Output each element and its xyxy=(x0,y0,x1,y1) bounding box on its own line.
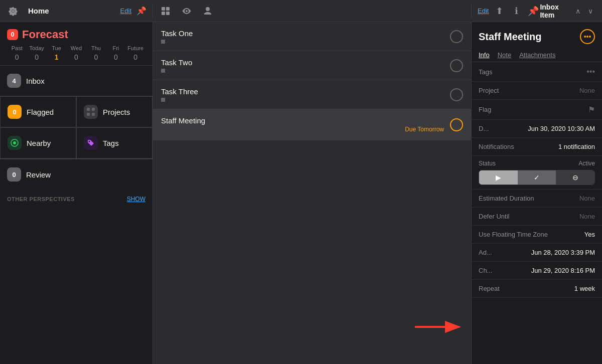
gear-button[interactable] xyxy=(6,4,20,18)
nearby-label: Nearby xyxy=(27,139,51,147)
svg-rect-5 xyxy=(92,108,95,111)
task-list-empty xyxy=(153,140,471,341)
share-icon[interactable]: ⬆ xyxy=(493,5,506,18)
sidebar-item-projects[interactable]: Projects xyxy=(76,96,153,127)
flag-icon[interactable]: ⚑ xyxy=(588,105,595,114)
person-icon[interactable] xyxy=(201,5,214,18)
project-row-label: Project xyxy=(479,87,499,94)
svg-rect-4 xyxy=(87,108,90,111)
inbox-item-label: Inbox Item xyxy=(540,3,570,19)
duration-row-label: Estimated Duration xyxy=(479,195,534,202)
main-content: 0 Forecast Past 0 Today 0 Tue 1 Wed xyxy=(0,22,602,364)
project-row-value: None xyxy=(579,87,595,94)
top-bar: Home Edit 📌 Edit ⬆ ℹ 📌 Inbox Item ∧ ∨ xyxy=(0,0,602,22)
pin-icon[interactable]: 📌 xyxy=(136,6,146,16)
top-bar-center xyxy=(153,5,472,18)
repeat-row-label: Repeat xyxy=(479,285,500,292)
detail-row-flag: Flag ⚑ xyxy=(472,100,602,120)
nearby-icon xyxy=(8,136,22,150)
forecast-day-wed: Wed 0 xyxy=(66,45,86,61)
status-check-button[interactable]: ✓ xyxy=(518,170,556,185)
inbox-label-group: Inbox Item ∧ ∨ xyxy=(540,3,596,19)
task-staff-title: Staff Meeting xyxy=(161,116,444,125)
task-staff-content: Staff Meeting Due Tomorrow xyxy=(161,116,444,133)
added-row-label: Ad... xyxy=(479,249,492,256)
task-staff-circle[interactable] xyxy=(450,118,463,131)
status-header: Status Active xyxy=(479,160,595,167)
review-badge: 0 xyxy=(7,167,21,181)
task-one-content: Task One xyxy=(161,29,444,44)
forecast-badge: 0 xyxy=(7,29,18,40)
changed-row-label: Ch... xyxy=(479,267,492,274)
detail-row-duration: Estimated Duration None xyxy=(472,190,602,208)
info-icon[interactable]: ℹ xyxy=(510,5,523,18)
detail-edit-link[interactable]: Edit xyxy=(478,7,489,15)
chevron-up-button[interactable]: ∧ xyxy=(573,5,583,17)
status-buttons: ▶ ✓ ⊖ xyxy=(479,170,595,185)
status-minus-button[interactable]: ⊖ xyxy=(556,170,594,185)
notifications-row-value: 1 notification xyxy=(558,143,595,150)
expand-icon[interactable] xyxy=(159,5,172,18)
show-link[interactable]: SHOW xyxy=(127,196,145,203)
duration-row-value: None xyxy=(579,195,595,202)
task-item-two[interactable]: Task Two xyxy=(153,51,471,80)
task-three-title: Task Three xyxy=(161,87,444,96)
status-label: Status xyxy=(479,160,496,167)
status-section: Status Active ▶ ✓ ⊖ xyxy=(472,156,602,190)
sidebar-item-tags[interactable]: Tags xyxy=(76,127,153,158)
tab-note[interactable]: Note xyxy=(498,48,511,62)
task-two-circle[interactable] xyxy=(450,59,463,72)
detail-row-defer: Defer Until None xyxy=(472,208,602,226)
tab-info[interactable]: Info xyxy=(479,48,490,62)
task-staff-due: Due Tomorrow xyxy=(161,126,444,133)
detail-row-tags: Tags ••• xyxy=(472,62,602,82)
forecast-day-tue: Tue 1 xyxy=(47,45,66,61)
defer-row-value: None xyxy=(579,213,595,220)
task-two-sub xyxy=(161,69,165,73)
status-value: Active xyxy=(578,160,595,167)
task-item-one[interactable]: Task One xyxy=(153,22,471,51)
forecast-day-past: Past 0 xyxy=(7,45,27,61)
status-play-button[interactable]: ▶ xyxy=(479,170,518,185)
task-two-title: Task Two xyxy=(161,58,444,67)
timezone-row-value: Yes xyxy=(584,231,595,238)
forecast-days: Past 0 Today 0 Tue 1 Wed 0 Thu 0 xyxy=(7,45,145,61)
sidebar-item-flagged[interactable]: 0 Flagged xyxy=(0,96,76,127)
other-perspectives-label: OTHER PERSPECTIVES xyxy=(7,196,75,202)
chevron-down-button[interactable]: ∨ xyxy=(585,5,596,17)
inbox-badge: 4 xyxy=(7,74,21,88)
task-one-title: Task One xyxy=(161,29,444,38)
task-three-circle[interactable] xyxy=(450,88,463,101)
detail-row-project: Project None xyxy=(472,82,602,100)
eye-icon[interactable] xyxy=(180,5,193,18)
detail-title: Staff Meeting xyxy=(479,31,580,43)
svg-rect-6 xyxy=(87,113,90,116)
tab-attachments[interactable]: Attachments xyxy=(519,48,555,62)
top-bar-left-inner: Home xyxy=(6,4,49,18)
detail-row-added: Ad... Jun 28, 2020 3:39 PM xyxy=(472,244,602,262)
tags-more-icon[interactable]: ••• xyxy=(586,67,595,76)
forecast-section[interactable]: 0 Forecast Past 0 Today 0 Tue 1 Wed xyxy=(0,22,153,66)
tags-label: Tags xyxy=(103,139,119,147)
svg-rect-3 xyxy=(166,12,170,15)
sidebar-item-review[interactable]: 0 Review xyxy=(0,159,153,190)
forecast-day-thu: Thu 0 xyxy=(86,45,106,61)
defer-row-label: Defer Until xyxy=(479,213,509,220)
detail-row-notifications: Notifications 1 notification xyxy=(472,138,602,156)
edit-link[interactable]: Edit xyxy=(120,7,131,15)
detail-more-button[interactable]: ••• xyxy=(580,29,595,44)
flagged-badge: 0 xyxy=(8,105,22,119)
sidebar-item-inbox[interactable]: 4 Inbox xyxy=(0,66,153,96)
notifications-row-label: Notifications xyxy=(479,143,514,150)
added-row-value: Jun 28, 2020 3:39 PM xyxy=(531,249,595,256)
sidebar-item-nearby[interactable]: Nearby xyxy=(0,127,76,158)
sidebar: 0 Forecast Past 0 Today 0 Tue 1 Wed xyxy=(0,22,153,364)
detail-header: Staff Meeting ••• xyxy=(472,22,602,48)
task-item-three[interactable]: Task Three xyxy=(153,80,471,109)
tags-row-label: Tags xyxy=(479,68,492,76)
task-item-staff-meeting[interactable]: Staff Meeting Due Tomorrow xyxy=(153,109,471,140)
task-two-content: Task Two xyxy=(161,58,444,73)
task-three-sub xyxy=(161,98,165,102)
task-one-circle[interactable] xyxy=(450,30,463,43)
detail-pin-icon[interactable]: 📌 xyxy=(527,5,540,18)
